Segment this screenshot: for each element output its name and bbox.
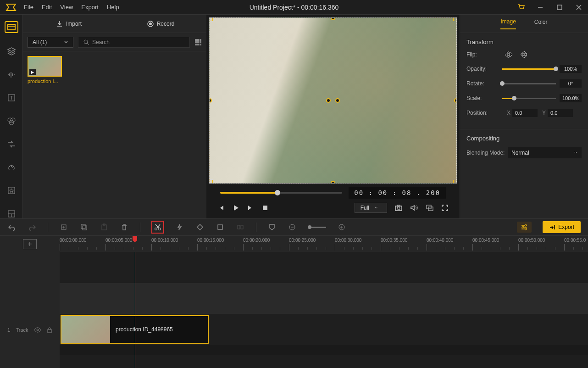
track-name: Track <box>16 327 28 333</box>
marker-shield-icon[interactable] <box>267 223 277 232</box>
next-frame-button[interactable] <box>247 204 254 212</box>
minimize-button[interactable] <box>535 2 546 13</box>
import-button[interactable]: Import <box>23 15 115 33</box>
tab-transition-icon[interactable] <box>6 139 17 149</box>
ruler-tick: 00:00:30.000 <box>335 238 361 243</box>
tab-color[interactable]: Color <box>534 19 548 29</box>
seek-slider[interactable] <box>220 192 342 194</box>
svg-point-47 <box>525 224 527 226</box>
menu-export[interactable]: Export <box>81 4 99 11</box>
zoom-in-icon[interactable] <box>337 223 346 232</box>
zoom-slider[interactable] <box>308 227 326 228</box>
speed-icon[interactable] <box>175 223 184 232</box>
tab-motion-icon[interactable] <box>6 163 17 172</box>
cut-button[interactable] <box>151 221 164 234</box>
crop-icon[interactable] <box>216 223 225 232</box>
preview-canvas[interactable] <box>209 17 457 184</box>
svg-rect-1 <box>557 5 562 10</box>
delete-icon[interactable] <box>120 223 129 232</box>
paste-icon[interactable] <box>100 223 109 232</box>
transform-section-title: Transform <box>466 39 582 45</box>
add-marker-icon[interactable] <box>59 223 68 232</box>
timeline-ruler[interactable]: 00:00:00.00000:00:05.00000:00:10.00000:0… <box>60 236 588 252</box>
timeline-settings-button[interactable] <box>517 222 532 233</box>
cart-icon[interactable] <box>516 2 527 13</box>
position-x-input[interactable]: 0.0 <box>512 109 538 117</box>
svg-point-14 <box>149 22 152 25</box>
tab-filter-icon[interactable] <box>6 117 17 126</box>
group-icon[interactable] <box>236 223 245 232</box>
maximize-button[interactable] <box>554 2 565 13</box>
rotate-slider[interactable] <box>502 83 556 84</box>
svg-point-40 <box>159 228 161 230</box>
visibility-icon[interactable] <box>34 327 41 333</box>
copy-icon[interactable] <box>79 223 89 232</box>
tab-layers-icon[interactable] <box>6 47 17 56</box>
menu-view[interactable]: View <box>60 4 73 11</box>
svg-point-49 <box>525 228 527 230</box>
redo-icon[interactable] <box>28 223 37 232</box>
svg-rect-43 <box>241 225 243 229</box>
keyframe-icon[interactable] <box>195 223 205 232</box>
undo-icon[interactable] <box>7 223 17 232</box>
rotate-value[interactable]: 0° <box>560 79 582 88</box>
tab-split-icon[interactable] <box>6 209 17 218</box>
close-button[interactable] <box>573 2 584 13</box>
lock-icon[interactable] <box>47 327 52 333</box>
volume-icon[interactable] <box>410 204 418 212</box>
chevron-down-icon <box>374 206 378 210</box>
track-row-empty[interactable] <box>60 283 588 314</box>
svg-point-48 <box>522 226 524 228</box>
scale-slider[interactable] <box>502 98 556 99</box>
ruler-tick: 00:00:40.000 <box>427 238 453 243</box>
svg-rect-18 <box>197 39 199 41</box>
window-title: Untitled Project* - 00:00:16.360 <box>250 4 339 11</box>
compositing-section-title: Compositing <box>466 135 582 142</box>
media-filter-dropdown[interactable]: All (1) <box>28 37 73 48</box>
track-row-video[interactable]: production ID_4498965 <box>60 314 588 346</box>
export-button[interactable]: Export <box>543 221 581 233</box>
svg-rect-22 <box>200 41 201 43</box>
svg-rect-2 <box>8 24 15 30</box>
track-row-empty[interactable] <box>60 252 588 283</box>
opacity-value[interactable]: 100% <box>560 65 582 73</box>
menu-help[interactable]: Help <box>107 4 119 11</box>
prev-frame-button[interactable] <box>217 204 225 212</box>
fullscreen-icon[interactable] <box>441 204 449 212</box>
zoom-out-icon[interactable] <box>288 223 297 232</box>
tab-audio-icon[interactable] <box>6 70 17 79</box>
tab-media[interactable] <box>5 21 18 33</box>
snapshot-icon[interactable] <box>394 204 403 212</box>
search-icon <box>83 39 89 45</box>
opacity-slider[interactable] <box>502 68 556 70</box>
media-item[interactable]: ▶ production I... <box>28 56 65 84</box>
scale-value[interactable]: 100.0% <box>560 94 582 102</box>
preview-quality-select[interactable]: Full <box>355 203 387 213</box>
menu-file[interactable]: File <box>24 4 33 11</box>
ruler-tick: 00:00:55.0 <box>564 238 586 243</box>
grid-view-icon[interactable] <box>194 39 202 46</box>
ruler-tick: 00:00:10.000 <box>151 238 178 243</box>
position-y-input[interactable]: 0.0 <box>548 109 573 117</box>
svg-line-16 <box>87 43 89 45</box>
svg-point-15 <box>84 40 88 44</box>
stop-button[interactable] <box>261 204 269 212</box>
track-index: 1 <box>7 327 10 333</box>
menu-edit[interactable]: Edit <box>42 4 52 11</box>
tab-text-icon[interactable]: T <box>6 93 17 102</box>
detach-icon[interactable] <box>426 204 434 212</box>
add-track-button[interactable]: + <box>23 239 37 249</box>
ruler-tick: 00:00:45.000 <box>472 238 499 243</box>
flip-vertical-icon[interactable] <box>520 51 529 58</box>
svg-rect-35 <box>81 224 85 229</box>
blend-mode-select[interactable]: Normal <box>508 147 582 158</box>
svg-rect-41 <box>218 225 222 229</box>
flip-horizontal-icon[interactable] <box>504 51 513 58</box>
search-input[interactable]: Search <box>78 37 190 48</box>
playhead[interactable] <box>135 252 135 368</box>
play-button[interactable] <box>232 204 239 212</box>
record-button[interactable]: Record <box>115 15 206 33</box>
tab-image[interactable]: Image <box>500 18 516 29</box>
chevron-down-icon <box>64 40 68 45</box>
tab-favorite-icon[interactable] <box>6 186 17 195</box>
